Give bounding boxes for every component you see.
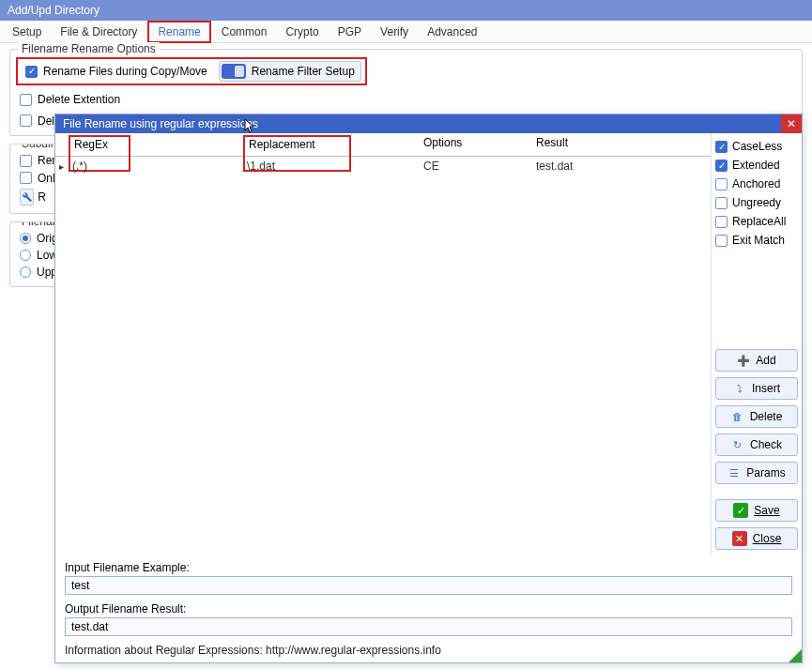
close-button[interactable]: ✕Close: [715, 527, 798, 550]
delete-extension-checkbox[interactable]: Delete Extention: [20, 93, 120, 106]
caseless-checkbox[interactable]: CaseLess: [715, 140, 798, 153]
regex-grid[interactable]: RegEx Replacement Options Result ▸ (.*) …: [55, 133, 712, 554]
info-line: Information about Regular Expressions: h…: [65, 644, 792, 657]
label: Origi: [37, 232, 56, 245]
output-result-field[interactable]: [65, 617, 792, 636]
only-checkbox[interactable]: Only: [20, 172, 56, 185]
checkbox-icon: [20, 155, 32, 167]
label: Only: [38, 172, 56, 185]
radio-icon: [20, 233, 31, 244]
plus-icon: ➕: [737, 354, 750, 367]
add-button[interactable]: ➕Add: [715, 349, 798, 372]
checkbox-icon: [20, 172, 32, 184]
label: Uppe: [37, 266, 56, 279]
modal-titlebar[interactable]: File Rename using regular expressions ✕: [55, 114, 802, 133]
extended-checkbox[interactable]: Extended: [715, 159, 798, 172]
label: Insert: [752, 382, 780, 395]
col-result: Result: [530, 133, 711, 156]
checkbox-icon: [715, 216, 728, 228]
label: Close: [753, 532, 782, 545]
label: Add: [756, 354, 775, 367]
menu-rename[interactable]: Rename: [147, 21, 210, 43]
checkbox-label: Delete Extention: [38, 93, 120, 106]
label: CaseLess: [732, 140, 782, 153]
replaceall-checkbox[interactable]: ReplaceAll: [715, 215, 798, 228]
row-indicator-header: [55, 133, 67, 156]
wrench-icon-button[interactable]: [20, 189, 34, 205]
filename-case-group-partial: Filename Origi Lowe Uppe: [9, 221, 56, 287]
checkbox-icon: [715, 197, 728, 209]
label: Exit Match: [732, 234, 785, 247]
output-result-label: Output Filename Result:: [65, 602, 792, 616]
x-icon: ✕: [732, 531, 747, 546]
cell-options[interactable]: CE: [418, 157, 530, 175]
checkbox-icon: [20, 114, 32, 127]
modal-close-button[interactable]: ✕: [781, 114, 802, 133]
upper-radio[interactable]: Uppe: [20, 266, 56, 279]
checkbox-label: Rename Files during Copy/Move: [43, 65, 207, 78]
grid-header: RegEx Replacement Options Result: [55, 133, 711, 157]
checkbox-icon: [20, 94, 32, 106]
menu-common[interactable]: Common: [213, 23, 276, 41]
label: Params: [746, 466, 785, 479]
resize-grip-icon[interactable]: [789, 649, 802, 662]
toggle-icon: [222, 64, 246, 79]
rename-during-copy-checkbox[interactable]: Rename Files during Copy/Move: [25, 65, 207, 78]
r-label: R: [38, 190, 46, 204]
original-radio[interactable]: Origi: [20, 232, 56, 245]
refresh-icon: ↻: [731, 438, 744, 451]
input-example-field[interactable]: [65, 576, 792, 595]
cell-result: test.dat: [530, 157, 711, 175]
cell-replacement[interactable]: \1.dat: [241, 157, 418, 175]
exitmatch-checkbox[interactable]: Exit Match: [715, 234, 798, 247]
radio-icon: [20, 250, 31, 261]
group-title: Filename: [18, 221, 56, 228]
lower-radio[interactable]: Lowe: [20, 249, 56, 262]
main-title: Add/Upd Directory: [8, 4, 100, 17]
params-button[interactable]: ☰Params: [715, 462, 798, 484]
label: Check: [750, 438, 782, 451]
menu-setup[interactable]: Setup: [4, 23, 50, 41]
ungreedy-checkbox[interactable]: Ungreedy: [715, 196, 798, 209]
check-button[interactable]: ↻Check: [715, 433, 798, 456]
menu-advanced[interactable]: Advanced: [419, 23, 485, 41]
label: Lowe: [37, 249, 56, 262]
col-options: Options: [418, 133, 530, 156]
rena-checkbox[interactable]: Rena: [20, 154, 56, 167]
label: Rena: [38, 154, 56, 167]
delete-icon: 🗑: [731, 410, 744, 423]
close-icon: ✕: [787, 117, 796, 130]
side-panel: CaseLess Extended Anchored Ungreedy Repl…: [712, 133, 802, 554]
menu-verify[interactable]: Verify: [372, 23, 417, 41]
checkbox-icon: [715, 178, 728, 190]
radio-icon: [20, 266, 31, 278]
rename-filter-setup-button[interactable]: Rename Filter Setup: [219, 61, 361, 82]
label: Anchored: [732, 177, 780, 190]
checkbox-icon: [715, 160, 728, 172]
current-row-indicator-icon: ▸: [55, 157, 67, 175]
cell-regex[interactable]: (.*): [67, 157, 241, 175]
checkbox-icon: [25, 66, 38, 78]
label: ReplaceAll: [732, 215, 786, 228]
grid-row[interactable]: ▸ (.*) \1.dat CE test.dat: [55, 157, 711, 175]
group-title: Subdire: [18, 144, 56, 150]
subdir-group-partial: Subdire Rena Only R: [9, 144, 56, 214]
insert-icon: ⤵: [733, 382, 746, 395]
label: Extended: [732, 159, 780, 172]
checkbox-icon: [715, 235, 728, 247]
label: Delete: [750, 410, 783, 423]
menu-file-directory[interactable]: File & Directory: [52, 23, 146, 41]
delete-button[interactable]: 🗑Delete: [715, 405, 798, 428]
col-replacement: Replacement: [249, 138, 315, 151]
menu-pgp[interactable]: PGP: [329, 23, 370, 41]
label: Save: [754, 504, 779, 517]
anchored-checkbox[interactable]: Anchored: [715, 177, 798, 190]
rename-regex-modal: File Rename using regular expressions ✕ …: [54, 114, 803, 663]
input-example-label: Input Filename Example:: [65, 561, 792, 574]
menubar: Setup File & Directory Rename Common Cry…: [0, 21, 812, 43]
menu-crypto[interactable]: Crypto: [277, 23, 327, 41]
modal-title: File Rename using regular expressions: [63, 117, 258, 130]
save-button[interactable]: ✓Save: [715, 499, 798, 522]
insert-button[interactable]: ⤵Insert: [715, 377, 798, 400]
col-regex: RegEx: [74, 138, 108, 151]
